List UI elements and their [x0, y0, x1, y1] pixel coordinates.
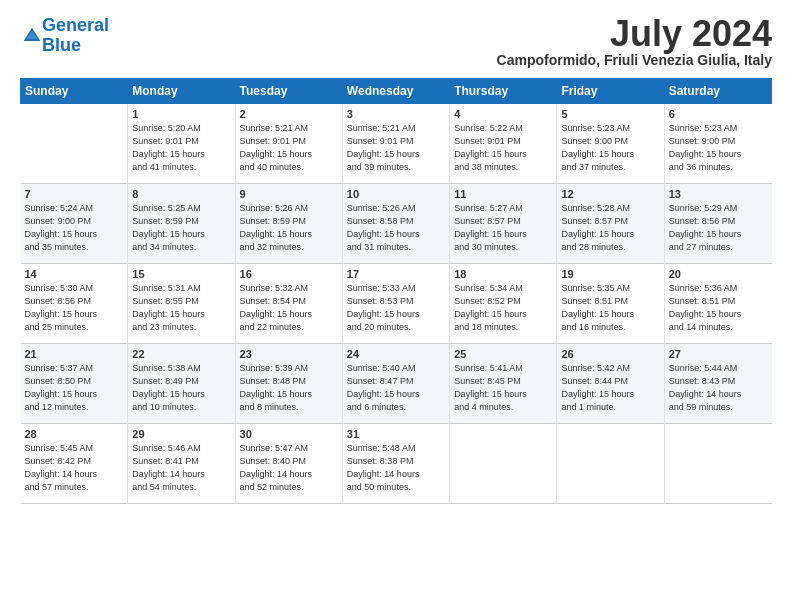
day-info: Sunrise: 5:44 AM Sunset: 8:43 PM Dayligh… [669, 362, 768, 414]
day-info: Sunrise: 5:29 AM Sunset: 8:56 PM Dayligh… [669, 202, 768, 254]
table-row: 10Sunrise: 5:26 AM Sunset: 8:58 PM Dayli… [342, 184, 449, 264]
day-info: Sunrise: 5:41 AM Sunset: 8:45 PM Dayligh… [454, 362, 552, 414]
day-number: 9 [240, 188, 338, 200]
day-number: 12 [561, 188, 659, 200]
calendar-row: 28Sunrise: 5:45 AM Sunset: 8:42 PM Dayli… [21, 424, 772, 504]
table-row: 25Sunrise: 5:41 AM Sunset: 8:45 PM Dayli… [450, 344, 557, 424]
table-row: 16Sunrise: 5:32 AM Sunset: 8:54 PM Dayli… [235, 264, 342, 344]
header-row: Sunday Monday Tuesday Wednesday Thursday… [21, 79, 772, 104]
table-row [450, 424, 557, 504]
day-info: Sunrise: 5:34 AM Sunset: 8:52 PM Dayligh… [454, 282, 552, 334]
day-number: 19 [561, 268, 659, 280]
table-row [557, 424, 664, 504]
day-number: 22 [132, 348, 230, 360]
day-info: Sunrise: 5:32 AM Sunset: 8:54 PM Dayligh… [240, 282, 338, 334]
day-info: Sunrise: 5:27 AM Sunset: 8:57 PM Dayligh… [454, 202, 552, 254]
day-info: Sunrise: 5:24 AM Sunset: 9:00 PM Dayligh… [25, 202, 124, 254]
table-row: 6Sunrise: 5:23 AM Sunset: 9:00 PM Daylig… [664, 104, 771, 184]
col-thursday: Thursday [450, 79, 557, 104]
col-monday: Monday [128, 79, 235, 104]
day-number: 25 [454, 348, 552, 360]
table-row: 21Sunrise: 5:37 AM Sunset: 8:50 PM Dayli… [21, 344, 128, 424]
table-row: 27Sunrise: 5:44 AM Sunset: 8:43 PM Dayli… [664, 344, 771, 424]
day-info: Sunrise: 5:26 AM Sunset: 8:59 PM Dayligh… [240, 202, 338, 254]
page: General Blue July 2024 Campoformido, Fri… [0, 0, 792, 516]
day-number: 2 [240, 108, 338, 120]
col-saturday: Saturday [664, 79, 771, 104]
table-row: 4Sunrise: 5:22 AM Sunset: 9:01 PM Daylig… [450, 104, 557, 184]
day-number: 11 [454, 188, 552, 200]
month-title: July 2024 [497, 16, 772, 52]
logo-text: General Blue [42, 16, 109, 56]
day-info: Sunrise: 5:20 AM Sunset: 9:01 PM Dayligh… [132, 122, 230, 174]
day-info: Sunrise: 5:28 AM Sunset: 8:57 PM Dayligh… [561, 202, 659, 254]
title-block: July 2024 Campoformido, Friuli Venezia G… [497, 16, 772, 68]
day-number: 20 [669, 268, 768, 280]
table-row: 29Sunrise: 5:46 AM Sunset: 8:41 PM Dayli… [128, 424, 235, 504]
day-info: Sunrise: 5:46 AM Sunset: 8:41 PM Dayligh… [132, 442, 230, 494]
table-row: 17Sunrise: 5:33 AM Sunset: 8:53 PM Dayli… [342, 264, 449, 344]
table-row: 15Sunrise: 5:31 AM Sunset: 8:55 PM Dayli… [128, 264, 235, 344]
logo-icon [22, 26, 42, 46]
day-number: 18 [454, 268, 552, 280]
day-info: Sunrise: 5:38 AM Sunset: 8:49 PM Dayligh… [132, 362, 230, 414]
day-number: 26 [561, 348, 659, 360]
table-row: 23Sunrise: 5:39 AM Sunset: 8:48 PM Dayli… [235, 344, 342, 424]
table-row: 2Sunrise: 5:21 AM Sunset: 9:01 PM Daylig… [235, 104, 342, 184]
day-number: 23 [240, 348, 338, 360]
day-info: Sunrise: 5:31 AM Sunset: 8:55 PM Dayligh… [132, 282, 230, 334]
day-number: 17 [347, 268, 445, 280]
day-info: Sunrise: 5:47 AM Sunset: 8:40 PM Dayligh… [240, 442, 338, 494]
day-number: 28 [25, 428, 124, 440]
day-info: Sunrise: 5:45 AM Sunset: 8:42 PM Dayligh… [25, 442, 124, 494]
day-number: 27 [669, 348, 768, 360]
day-info: Sunrise: 5:26 AM Sunset: 8:58 PM Dayligh… [347, 202, 445, 254]
day-number: 13 [669, 188, 768, 200]
table-row: 28Sunrise: 5:45 AM Sunset: 8:42 PM Dayli… [21, 424, 128, 504]
table-row [21, 104, 128, 184]
day-number: 7 [25, 188, 124, 200]
calendar-table: Sunday Monday Tuesday Wednesday Thursday… [20, 78, 772, 504]
day-number: 30 [240, 428, 338, 440]
day-number: 5 [561, 108, 659, 120]
calendar-row: 21Sunrise: 5:37 AM Sunset: 8:50 PM Dayli… [21, 344, 772, 424]
day-number: 14 [25, 268, 124, 280]
day-info: Sunrise: 5:37 AM Sunset: 8:50 PM Dayligh… [25, 362, 124, 414]
table-row [664, 424, 771, 504]
col-sunday: Sunday [21, 79, 128, 104]
day-info: Sunrise: 5:30 AM Sunset: 8:56 PM Dayligh… [25, 282, 124, 334]
table-row: 3Sunrise: 5:21 AM Sunset: 9:01 PM Daylig… [342, 104, 449, 184]
day-number: 3 [347, 108, 445, 120]
table-row: 24Sunrise: 5:40 AM Sunset: 8:47 PM Dayli… [342, 344, 449, 424]
day-number: 24 [347, 348, 445, 360]
col-friday: Friday [557, 79, 664, 104]
day-number: 6 [669, 108, 768, 120]
table-row: 5Sunrise: 5:23 AM Sunset: 9:00 PM Daylig… [557, 104, 664, 184]
day-info: Sunrise: 5:25 AM Sunset: 8:59 PM Dayligh… [132, 202, 230, 254]
day-number: 4 [454, 108, 552, 120]
table-row: 22Sunrise: 5:38 AM Sunset: 8:49 PM Dayli… [128, 344, 235, 424]
table-row: 20Sunrise: 5:36 AM Sunset: 8:51 PM Dayli… [664, 264, 771, 344]
day-info: Sunrise: 5:21 AM Sunset: 9:01 PM Dayligh… [347, 122, 445, 174]
table-row: 14Sunrise: 5:30 AM Sunset: 8:56 PM Dayli… [21, 264, 128, 344]
table-row: 11Sunrise: 5:27 AM Sunset: 8:57 PM Dayli… [450, 184, 557, 264]
day-number: 29 [132, 428, 230, 440]
table-row: 12Sunrise: 5:28 AM Sunset: 8:57 PM Dayli… [557, 184, 664, 264]
day-info: Sunrise: 5:35 AM Sunset: 8:51 PM Dayligh… [561, 282, 659, 334]
col-tuesday: Tuesday [235, 79, 342, 104]
day-info: Sunrise: 5:42 AM Sunset: 8:44 PM Dayligh… [561, 362, 659, 414]
table-row: 1Sunrise: 5:20 AM Sunset: 9:01 PM Daylig… [128, 104, 235, 184]
day-number: 10 [347, 188, 445, 200]
calendar-row: 14Sunrise: 5:30 AM Sunset: 8:56 PM Dayli… [21, 264, 772, 344]
calendar-row: 7Sunrise: 5:24 AM Sunset: 9:00 PM Daylig… [21, 184, 772, 264]
day-number: 1 [132, 108, 230, 120]
table-row: 19Sunrise: 5:35 AM Sunset: 8:51 PM Dayli… [557, 264, 664, 344]
location-title: Campoformido, Friuli Venezia Giulia, Ita… [497, 52, 772, 68]
day-info: Sunrise: 5:36 AM Sunset: 8:51 PM Dayligh… [669, 282, 768, 334]
day-number: 15 [132, 268, 230, 280]
day-number: 8 [132, 188, 230, 200]
table-row: 31Sunrise: 5:48 AM Sunset: 8:38 PM Dayli… [342, 424, 449, 504]
table-row: 8Sunrise: 5:25 AM Sunset: 8:59 PM Daylig… [128, 184, 235, 264]
day-number: 21 [25, 348, 124, 360]
day-number: 16 [240, 268, 338, 280]
